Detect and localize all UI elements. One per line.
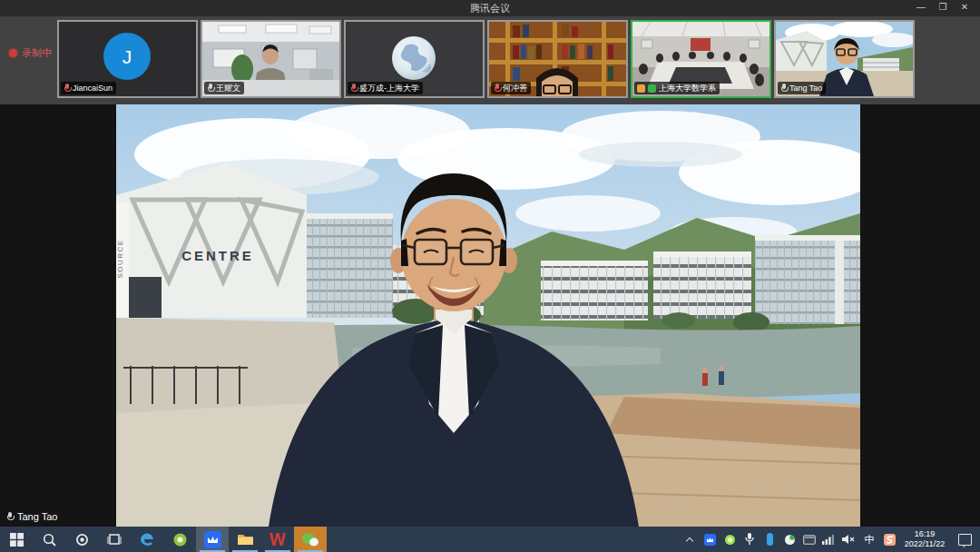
- action-center-icon: [958, 534, 972, 546]
- participant-nameplate: 上海大学数学系: [634, 82, 720, 94]
- clock-date: 2022/11/22: [898, 539, 951, 549]
- chevron-up-icon: [687, 537, 693, 543]
- taskbar-file-explorer[interactable]: [229, 527, 261, 552]
- main-stage: SOURCE CENTRE: [0, 104, 980, 527]
- tray-volume[interactable]: [838, 527, 858, 552]
- tray-microphone[interactable]: [740, 527, 759, 552]
- browser-360-icon: [172, 532, 188, 547]
- windows-taskbar: 中 16:19 2022/11/22: [0, 527, 980, 552]
- maximize-button[interactable]: ❐: [936, 2, 949, 12]
- taskbar-wps-office[interactable]: [261, 527, 294, 552]
- centre-sign: CENTRE: [181, 248, 254, 263]
- taskbar-clock[interactable]: 16:19 2022/11/22: [898, 529, 951, 549]
- campus-scene: SOURCE CENTRE: [116, 104, 860, 527]
- browser-360-button[interactable]: [163, 527, 196, 552]
- recording-dot-icon: [9, 49, 17, 57]
- mic-icon: [6, 512, 14, 522]
- taskbar-tencent-meeting[interactable]: [196, 527, 229, 552]
- cortana-icon: [75, 533, 89, 547]
- sogou-input-icon: [884, 534, 896, 546]
- search-icon: [43, 533, 56, 547]
- participant-thumbnail-jiancaisun[interactable]: J JiancaiSun: [57, 20, 198, 98]
- green-dot-icon: [724, 534, 736, 546]
- window-titlebar: 腾讯会议 — ❐ ✕: [0, 0, 980, 16]
- minimize-button[interactable]: —: [915, 2, 927, 12]
- participant-name: 王耀文: [216, 83, 240, 94]
- network-signal-icon: [822, 535, 834, 545]
- participant-thumbnail-shu-math-dept[interactable]: 上海大学数学系: [631, 20, 771, 98]
- start-button[interactable]: [0, 527, 33, 552]
- main-speaker-video[interactable]: SOURCE CENTRE: [116, 104, 860, 527]
- main-speaker-nameplate: Tang Tao: [2, 509, 64, 524]
- tencent-meeting-mini-icon: [704, 534, 716, 546]
- recording-label: 录制中: [22, 46, 52, 60]
- participant-nameplate: JiancaiSun: [61, 82, 116, 94]
- participant-name: 盛万成-上海大学: [359, 83, 419, 94]
- microphone-icon: [745, 533, 754, 546]
- search-button[interactable]: [33, 527, 65, 552]
- blue-capsule-icon: [766, 533, 774, 546]
- mic-icon: [780, 84, 787, 93]
- mic-muted-icon: [350, 84, 357, 93]
- tray-tencent-meeting[interactable]: [701, 527, 719, 552]
- participant-nameplate: 盛万成-上海大学: [348, 82, 423, 94]
- input-language-label: 中: [861, 533, 877, 547]
- wechat-icon: [301, 532, 319, 547]
- action-center-button[interactable]: [955, 527, 975, 552]
- participant-nameplate: Tang Tao: [778, 82, 826, 94]
- participant-thumbnail-hechongshan[interactable]: 何冲善: [487, 20, 628, 98]
- dark-window-icon: [803, 535, 816, 545]
- edge-icon: [139, 531, 155, 547]
- tray-app-pie[interactable]: [780, 527, 799, 552]
- taskbar-wechat[interactable]: [294, 527, 327, 552]
- tray-app-window[interactable]: [800, 527, 818, 552]
- cortana-button[interactable]: [65, 527, 98, 552]
- participant-filmstrip: 录制中 J JiancaiSun: [0, 16, 980, 104]
- mic-muted-icon: [494, 84, 500, 93]
- recording-indicator: 录制中: [9, 46, 52, 60]
- tray-show-hidden-icons[interactable]: [682, 527, 697, 552]
- window-title: 腾讯会议: [0, 2, 980, 15]
- tray-green-status[interactable]: [720, 527, 739, 552]
- participant-thumbnail-tangtao[interactable]: Tang Tao: [774, 20, 915, 98]
- participant-thumbnail-wangyaowen[interactable]: 王耀文: [201, 20, 341, 98]
- participant-nameplate: 王耀文: [204, 82, 244, 94]
- windows-start-icon: [10, 533, 24, 547]
- file-explorer-icon: [237, 532, 254, 547]
- participant-name: 何冲善: [503, 83, 527, 94]
- speaker-badge-icon: [648, 84, 656, 93]
- main-speaker-name: Tang Tao: [17, 511, 57, 522]
- participant-name: JiancaiSun: [73, 83, 113, 94]
- host-badge-icon: [637, 84, 645, 93]
- source-sign: SOURCE: [116, 239, 124, 278]
- tray-sogou-input[interactable]: [880, 527, 898, 552]
- pie-status-icon: [784, 534, 796, 546]
- edge-browser-button[interactable]: [131, 527, 163, 552]
- participant-thumbnail-shengwancheng[interactable]: 盛万成-上海大学: [344, 20, 485, 98]
- tray-network[interactable]: [818, 527, 837, 552]
- avatar-letter: J: [122, 46, 132, 67]
- tencent-meeting-icon: [204, 531, 221, 548]
- mic-icon: [207, 84, 213, 93]
- participant-name: 上海大学数学系: [659, 83, 716, 94]
- tray-input-language[interactable]: 中: [860, 527, 878, 552]
- mic-muted-icon: [64, 84, 70, 93]
- wps-office-icon: [269, 532, 287, 547]
- clock-time: 16:19: [898, 529, 951, 539]
- task-view-icon: [107, 533, 122, 546]
- participant-name: Tang Tao: [789, 83, 822, 94]
- tray-app-blue[interactable]: [760, 527, 779, 552]
- close-button[interactable]: ✕: [958, 2, 971, 12]
- task-view-button[interactable]: [98, 527, 131, 552]
- speaker-muted-icon: [842, 534, 856, 545]
- participant-nameplate: 何冲善: [491, 82, 531, 94]
